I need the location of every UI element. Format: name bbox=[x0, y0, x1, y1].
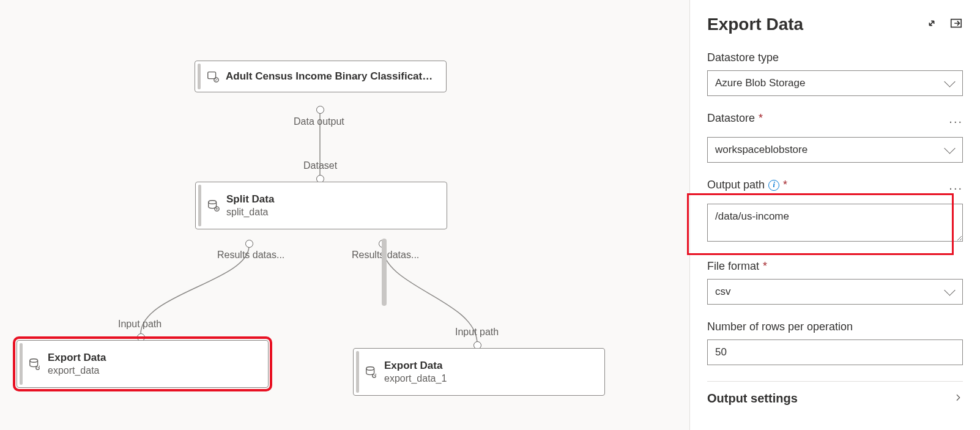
node-split-data[interactable]: Split Data split_data bbox=[195, 182, 447, 229]
svg-point-5 bbox=[366, 367, 374, 371]
panel-title: Export Data bbox=[707, 15, 803, 34]
node-export2-sub: export_data_1 bbox=[384, 373, 593, 384]
port-label-input2: Input path bbox=[455, 327, 499, 338]
node-split-title: Split Data bbox=[226, 193, 436, 206]
rows-label: Number of rows per operation bbox=[707, 321, 963, 333]
database-export-icon bbox=[28, 357, 42, 371]
output-path-more-icon[interactable]: ··· bbox=[949, 181, 963, 195]
rows-input[interactable] bbox=[707, 339, 963, 365]
properties-panel: Export Data Datastore type Azure Blob St… bbox=[689, 0, 980, 430]
file-format-label: File format bbox=[707, 260, 759, 273]
datastore-select[interactable]: workspaceblobstore bbox=[707, 137, 963, 163]
port-label-dataset: Dataset bbox=[303, 160, 337, 171]
datastore-type-label: Datastore type bbox=[707, 51, 963, 64]
required-indicator: * bbox=[783, 179, 787, 191]
collapse-panel-icon[interactable] bbox=[949, 17, 963, 32]
svg-point-2 bbox=[209, 201, 217, 204]
svg-point-4 bbox=[30, 359, 38, 363]
canvas-scrollbar-thumb[interactable] bbox=[382, 239, 387, 306]
info-icon[interactable]: i bbox=[768, 180, 779, 191]
node-split-sub: split_data bbox=[226, 207, 436, 218]
node-export1-sub: export_data bbox=[48, 365, 257, 376]
datastore-more-icon[interactable]: ··· bbox=[949, 114, 963, 128]
svg-rect-0 bbox=[208, 72, 216, 79]
field-rows: Number of rows per operation bbox=[707, 321, 963, 365]
output-path-label: Output path bbox=[707, 179, 765, 191]
field-datastore-type: Datastore type Azure Blob Storage bbox=[707, 51, 963, 96]
chevron-right-icon bbox=[953, 393, 963, 405]
database-export-icon bbox=[365, 365, 378, 379]
output-path-input[interactable]: /data/us-income bbox=[707, 204, 963, 242]
datastore-label: Datastore bbox=[707, 112, 755, 125]
file-format-select[interactable]: csv bbox=[707, 279, 963, 305]
node-export1-title: Export Data bbox=[48, 352, 257, 364]
dataset-icon bbox=[206, 70, 220, 83]
output-settings-row[interactable]: Output settings bbox=[707, 381, 963, 406]
node-dataset[interactable]: Adult Census Income Binary Classificatio… bbox=[195, 61, 447, 92]
required-indicator: * bbox=[763, 260, 767, 273]
node-export-data-1[interactable]: Export Data export_data bbox=[17, 340, 269, 388]
required-indicator: * bbox=[759, 112, 763, 125]
database-icon bbox=[207, 199, 220, 212]
field-datastore: Datastore * ··· workspaceblobstore bbox=[707, 112, 963, 163]
field-output-path: Output path i * ··· /data/us-income bbox=[707, 179, 963, 244]
node-dataset-title: Adult Census Income Binary Classificatio… bbox=[226, 70, 435, 83]
node-export-data-2[interactable]: Export Data export_data_1 bbox=[353, 348, 605, 396]
port-label-input1: Input path bbox=[118, 319, 161, 330]
port-label-data-output: Data output bbox=[294, 116, 344, 127]
pipeline-canvas[interactable]: Adult Census Income Binary Classificatio… bbox=[0, 0, 679, 430]
port-split-out1[interactable] bbox=[245, 240, 253, 248]
output-settings-label: Output settings bbox=[707, 391, 798, 406]
port-label-results1: Results datas... bbox=[217, 250, 284, 261]
port-dataset-out[interactable] bbox=[316, 106, 324, 114]
node-export2-title: Export Data bbox=[384, 360, 593, 372]
expand-icon[interactable] bbox=[925, 17, 938, 32]
datastore-type-select[interactable]: Azure Blob Storage bbox=[707, 70, 963, 96]
field-file-format: File format * csv bbox=[707, 260, 963, 305]
